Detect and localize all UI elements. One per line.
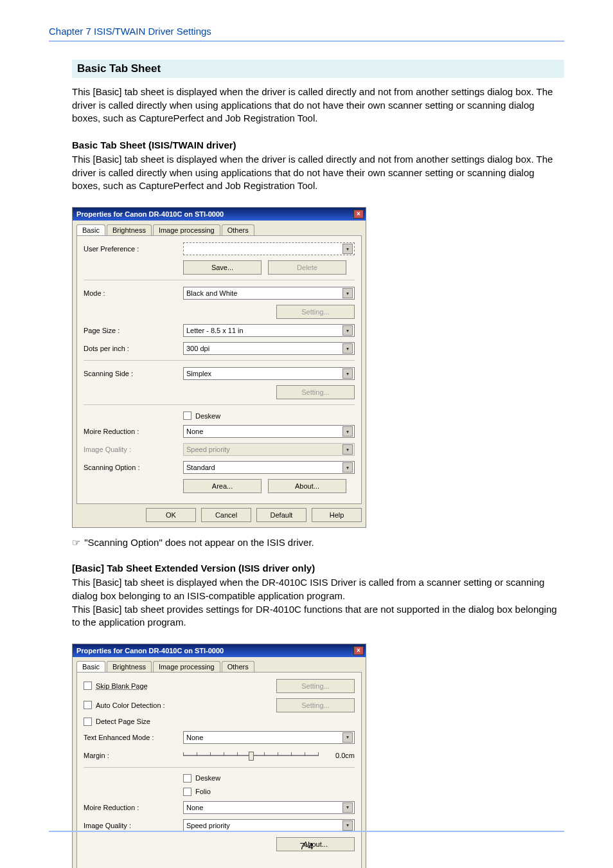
combo-moire[interactable]: None ▾ [183, 425, 355, 438]
sub1-heading: Basic Tab Sheet (ISIS/TWAIN driver) [72, 140, 564, 150]
combo-tem-value: None [186, 734, 203, 741]
label-folio: Folio [195, 788, 211, 795]
note-text: "Scanning Option" does not appear on the… [84, 537, 314, 548]
label-user-preference: User Preference : [84, 245, 183, 253]
chapter-header: Chapter 7 ISIS/TWAIN Driver Settings [49, 26, 564, 42]
combo-image-quality[interactable]: Speed priority ▾ [183, 819, 355, 832]
sub1-text: This [Basic] tab sheet is displayed when… [72, 153, 564, 193]
default-button[interactable]: Default [256, 508, 306, 522]
note-line: ☞ "Scanning Option" does not appear on t… [72, 537, 564, 548]
chevron-down-icon: ▾ [342, 462, 353, 473]
chevron-down-icon: ▾ [342, 244, 353, 254]
label-deskew: Deskew [195, 774, 220, 782]
label-mode: Mode : [84, 289, 183, 297]
label-deskew: Deskew [195, 412, 220, 420]
close-icon[interactable]: × [353, 646, 364, 655]
close-icon[interactable]: × [353, 210, 364, 219]
tab-others[interactable]: Others [222, 661, 254, 672]
combo-iq-value: Speed priority [186, 822, 230, 829]
divider [84, 404, 355, 405]
chevron-down-icon: ▾ [342, 820, 353, 831]
tab-strip: Basic Brightness Image processing Others [73, 221, 366, 235]
checkbox-deskew[interactable] [183, 774, 191, 782]
dialog-basic-tab-extended: Properties for Canon DR-4010C on STI-000… [72, 644, 366, 868]
combo-page-size[interactable]: Letter - 8.5 x 11 in ▾ [183, 324, 355, 337]
footer-rule [49, 831, 564, 832]
slider-thumb-icon[interactable] [249, 752, 254, 761]
sub2-text2: This [Basic] tab sheet provides settings… [72, 603, 564, 629]
slider-margin[interactable] [183, 749, 319, 762]
divider [84, 767, 355, 768]
tab-strip: Basic Brightness Image processing Others [73, 657, 366, 672]
combo-scanning-side-value: Simplex [186, 370, 211, 377]
combo-dpi-value: 300 dpi [186, 345, 209, 352]
chevron-down-icon: ▾ [342, 325, 353, 336]
combo-moire-value: None [186, 804, 203, 811]
page-number: 7-4 [0, 840, 613, 851]
label-image-quality: Image Quality : [84, 446, 183, 453]
chevron-down-icon: ▾ [342, 343, 353, 354]
margin-value: 0.0cm [324, 752, 355, 759]
checkbox-deskew[interactable] [183, 411, 191, 420]
tab-brightness[interactable]: Brightness [107, 661, 152, 672]
tab-basic[interactable]: Basic [76, 661, 105, 672]
window-title: Properties for Canon DR-4010C on STI-000… [76, 647, 224, 655]
label-text-enhanced: Text Enhanced Mode : [84, 734, 183, 741]
divider [84, 280, 355, 280]
checkbox-skip-blank[interactable] [84, 682, 92, 690]
combo-user-preference[interactable]: ▾ [183, 242, 355, 255]
tab-image-processing[interactable]: Image processing [153, 224, 220, 235]
checkbox-auto-color[interactable] [84, 701, 92, 709]
tab-brightness[interactable]: Brightness [107, 224, 152, 235]
label-margin: Margin : [84, 752, 183, 759]
chevron-down-icon: ▾ [342, 368, 353, 379]
help-button[interactable]: Help [312, 508, 362, 522]
label-image-quality: Image Quality : [84, 822, 183, 829]
mode-setting-button[interactable]: Setting... [276, 305, 355, 319]
tab-others[interactable]: Others [222, 224, 254, 235]
label-moire: Moire Reduction : [84, 428, 183, 435]
checkbox-folio[interactable] [183, 788, 191, 796]
checkbox-detect-page-size[interactable] [84, 718, 92, 726]
tab-basic[interactable]: Basic [76, 224, 105, 235]
label-moire: Moire Reduction : [84, 804, 183, 811]
section-title-bar: Basic Tab Sheet [72, 60, 564, 78]
combo-scanopt-value: Standard [186, 464, 215, 471]
chevron-down-icon: ▾ [342, 426, 353, 437]
label-detect-page-size: Detect Page Size [96, 718, 150, 725]
chevron-down-icon: ▾ [342, 288, 353, 298]
save-button[interactable]: Save... [183, 260, 262, 275]
combo-dpi[interactable]: 300 dpi ▾ [183, 342, 355, 355]
combo-moire[interactable]: None ▾ [183, 801, 355, 814]
chevron-down-icon: ▾ [342, 444, 353, 455]
window-titlebar: Properties for Canon DR-4010C on STI-000… [73, 644, 366, 657]
ok-button[interactable]: OK [146, 508, 196, 522]
side-setting-button[interactable]: Setting... [276, 385, 355, 399]
combo-text-enhanced[interactable]: None ▾ [183, 731, 355, 744]
pointer-icon: ☞ [72, 537, 80, 548]
delete-button[interactable]: Delete [268, 260, 346, 275]
combo-iq-value: Speed priority [186, 446, 230, 453]
combo-page-size-value: Letter - 8.5 x 11 in [186, 327, 244, 334]
cancel-button[interactable]: Cancel [201, 508, 251, 522]
area-button[interactable]: Area... [183, 479, 262, 493]
chevron-down-icon: ▾ [342, 732, 353, 743]
combo-scanning-side[interactable]: Simplex ▾ [183, 367, 355, 380]
combo-scanning-option[interactable]: Standard ▾ [183, 461, 355, 474]
about-button[interactable]: About... [268, 479, 346, 493]
divider [84, 360, 355, 361]
skip-setting-button[interactable]: Setting... [276, 679, 355, 693]
combo-mode-value: Black and White [186, 289, 237, 297]
label-scanning-side: Scanning Side : [84, 370, 183, 377]
label-skip-blank: Skip Blank Page [96, 682, 276, 690]
auto-color-setting-button[interactable]: Setting... [276, 698, 355, 712]
sub2-text1: This [Basic] tab sheet is displayed when… [72, 576, 564, 602]
window-titlebar: Properties for Canon DR-4010C on STI-000… [73, 208, 366, 221]
sub2-heading: [Basic] Tab Sheet Extended Version (ISIS… [72, 563, 564, 574]
combo-mode[interactable]: Black and White ▾ [183, 287, 355, 300]
label-scanning-option: Scanning Option : [84, 464, 183, 471]
section-intro: This [Basic] tab sheet is displayed when… [72, 86, 564, 125]
section-title: Basic Tab Sheet [77, 62, 161, 75]
tab-image-processing[interactable]: Image processing [153, 661, 220, 672]
label-page-size: Page Size : [84, 327, 183, 334]
